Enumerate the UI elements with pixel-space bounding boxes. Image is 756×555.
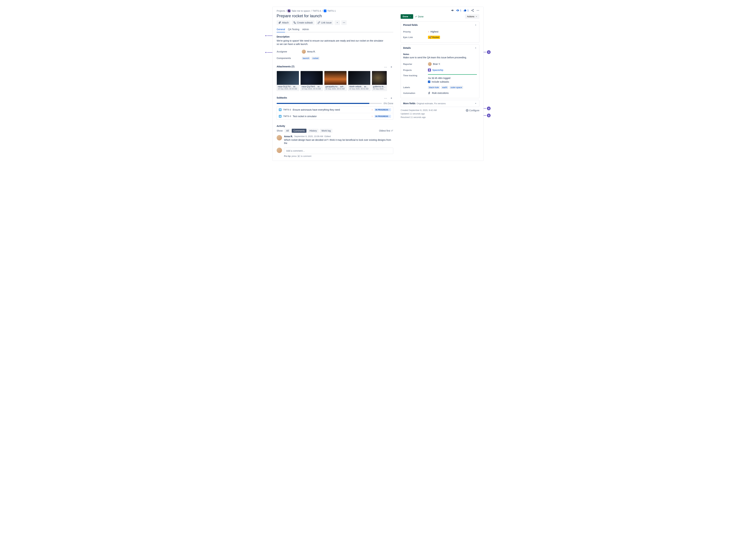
svg-rect-6 <box>294 22 295 23</box>
activity-filter-comments[interactable]: Comments <box>292 129 306 133</box>
notes-label: Notes <box>403 53 477 55</box>
breadcrumb-project[interactable]: Take me to space <box>292 9 310 12</box>
priority-value[interactable]: Highest <box>431 30 438 33</box>
reporter-label: Reporter <box>403 63 428 66</box>
tab-general[interactable]: General <box>277 28 285 32</box>
annotation-4: 4 <box>487 106 491 110</box>
status-button[interactable]: Done <box>401 14 413 19</box>
attachments-heading: Attachments (7) <box>277 65 295 68</box>
lightning-icon <box>428 92 431 94</box>
resolved-timestamp: Resolved 11 seconds ago <box>401 116 437 119</box>
subtask-status[interactable]: IN PROGRESS <box>374 108 391 111</box>
subtasks-more-icon[interactable]: ⋯ <box>383 96 388 100</box>
chevron-down-icon <box>475 102 477 104</box>
subtask-key: TMTS-3 <box>283 115 291 118</box>
subtask-title: Test rocket in simulator <box>293 115 370 118</box>
notes-text[interactable]: Make sure to send the QA team this issue… <box>403 56 477 59</box>
pinned-fields-header[interactable]: Pinned fields <box>401 22 479 28</box>
description-heading: Description <box>277 35 393 38</box>
share-button[interactable] <box>471 9 474 12</box>
time-tracking-value[interactable]: 2w 3d 4h 48m logged <box>428 77 477 79</box>
subtasks-heading: Subtasks <box>277 96 287 99</box>
link-issue-dropdown[interactable] <box>335 20 340 25</box>
label-chip[interactable]: black-hole <box>428 86 440 89</box>
watchers-count: 1 <box>460 9 461 12</box>
attachment-item[interactable]: nasa-OLlj17tU… ash.jpg18 Sep 2020, 09:44… <box>277 71 299 91</box>
like-count: 1 <box>467 9 469 12</box>
subtask-row[interactable]: TMTS-3 Test rocket in simulator ↑ IN PRO… <box>277 113 393 120</box>
priority-icon: ↑ <box>372 109 373 111</box>
configure-button[interactable]: Configure <box>466 109 479 112</box>
subtask-row[interactable]: TMTS-2 Ensure astronauts have everything… <box>277 106 393 113</box>
feedback-icon[interactable] <box>451 9 454 12</box>
tab-admin[interactable]: Admin <box>302 28 309 32</box>
create-subtask-button[interactable]: Create subtask <box>292 20 314 25</box>
tab-qa-testing[interactable]: QA Testing <box>288 28 299 32</box>
breadcrumb-issue-key[interactable]: TMTS-1 <box>327 9 336 12</box>
breadcrumb-projects[interactable]: Projects <box>277 9 285 12</box>
subtask-key: TMTS-2 <box>283 109 291 111</box>
reporter-value[interactable]: Bran Y. <box>433 63 441 66</box>
created-timestamp: Created September 8, 2020, 9:42 AM <box>401 109 437 112</box>
svg-point-9 <box>344 23 344 23</box>
like-button[interactable]: 1 <box>463 9 469 12</box>
attachment-item[interactable]: nasa-Q1p7bh3… ash.jpg18 Sep 2020, 09:44 … <box>301 71 323 91</box>
include-subtasks-checkbox[interactable] <box>428 81 430 83</box>
breadcrumb-parent[interactable]: TMTS-4 <box>312 9 321 12</box>
page-title: Prepare rocket for launch <box>277 13 393 18</box>
subtask-status[interactable]: IN PROGRESS <box>374 115 391 118</box>
attachment-item[interactable]: ganapathy-ku… ash.jpg18 Sep 2020, 09:43 … <box>324 71 347 91</box>
subtask-pct: 0% Done <box>384 102 393 105</box>
component-chip[interactable]: rocket <box>311 57 319 60</box>
attachments-more-icon[interactable]: ⋯ <box>383 65 388 69</box>
more-actions-button[interactable] <box>476 9 479 12</box>
comment-author[interactable]: Anna R. <box>284 135 293 138</box>
activity-show-label: Show: <box>277 129 283 132</box>
project-link[interactable]: Spaceship <box>432 69 443 71</box>
attachments-add-icon[interactable]: + <box>389 65 393 69</box>
activity-filter-all[interactable]: All <box>284 129 291 133</box>
more-button[interactable] <box>341 20 347 25</box>
labels-label: Labels <box>403 86 428 89</box>
activity-filter-history[interactable]: History <box>308 129 318 133</box>
component-chip[interactable]: launch <box>302 57 310 60</box>
svg-rect-11 <box>280 109 281 110</box>
priority-icon: ↑ <box>372 115 373 118</box>
attach-button[interactable]: Attach <box>277 20 291 25</box>
updated-timestamp: Updated 11 seconds ago <box>401 112 437 116</box>
assignee-name[interactable]: Anna R. <box>307 50 316 53</box>
add-comment-input[interactable]: Add a comment… <box>284 147 393 154</box>
activity-sort-button[interactable]: Oldest first <box>379 129 393 132</box>
avatar <box>277 135 282 140</box>
activity-filter-worklog[interactable]: Work log <box>320 129 332 133</box>
label-chip[interactable]: outer-space <box>450 86 463 89</box>
subtask-type-icon <box>279 109 281 111</box>
chevron-up-icon <box>475 24 477 26</box>
automation-label: Automation <box>403 92 428 94</box>
subtasks-add-icon[interactable]: + <box>389 96 393 100</box>
epic-link-label: Epic Link <box>403 36 428 39</box>
breadcrumb: Projects / 🚀 Take me to space / TMTS-4 /… <box>277 9 393 12</box>
actions-dropdown[interactable]: Actions <box>465 14 479 19</box>
priority-label: Priority <box>403 31 428 33</box>
details-header[interactable]: Details <box>401 45 479 51</box>
svg-point-4 <box>478 10 478 11</box>
epic-link[interactable]: 🚀 Rocket <box>428 36 440 39</box>
top-actions: 1 1 <box>451 9 479 12</box>
automation-value[interactable]: Rule executions <box>432 92 449 94</box>
svg-rect-12 <box>280 116 281 117</box>
more-fields-header[interactable]: More fieldsOriginal estimate, Fix versio… <box>401 100 479 107</box>
attachment-item[interactable]: guillermo-ferl… a…18 Sep 2020, 09:… <box>372 71 387 91</box>
avatar <box>302 50 306 54</box>
time-tracking-bar <box>428 74 477 75</box>
assignee-label: Assignee <box>277 50 302 53</box>
description-body[interactable]: We're going to space! We need to ensure … <box>277 39 384 46</box>
svg-point-10 <box>345 23 345 23</box>
watchers-button[interactable]: 1 <box>456 9 461 12</box>
issue-type-icon <box>324 9 326 12</box>
label-chip[interactable]: earth <box>441 86 448 89</box>
svg-point-5 <box>479 10 479 11</box>
activity-heading: Activity <box>277 125 393 127</box>
link-issue-button[interactable]: Link issue <box>316 20 333 25</box>
attachment-item[interactable]: niketh-vellank… ash.jpg18 Sep 2020, 09:4… <box>348 71 370 91</box>
